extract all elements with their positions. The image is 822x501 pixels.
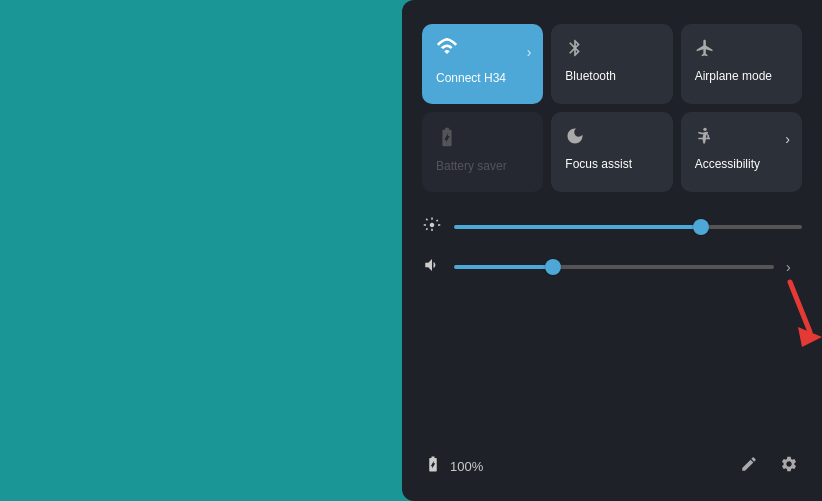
volume-row: › — [422, 256, 802, 278]
sliders-section: › — [422, 208, 802, 286]
battery-saver-icon — [436, 126, 458, 153]
tile-wifi[interactable]: › Connect H34 — [422, 24, 543, 104]
moon-icon — [565, 126, 585, 151]
bottom-bar: 100% — [422, 443, 802, 481]
tile-wifi-label: Connect H34 — [436, 71, 531, 85]
edit-button[interactable] — [736, 451, 762, 481]
battery-percent: 100% — [450, 459, 483, 474]
brightness-slider[interactable] — [454, 225, 802, 229]
tile-focus-assist-label: Focus assist — [565, 157, 660, 171]
wifi-chevron-icon: › — [527, 44, 532, 60]
wifi-icon — [436, 38, 458, 65]
tile-accessibility-label: Accessibility — [695, 157, 790, 171]
tile-airplane-label: Airplane mode — [695, 69, 790, 83]
accessibility-icon — [695, 126, 715, 151]
bluetooth-icon — [565, 38, 585, 63]
tile-battery-saver-label: Battery saver — [436, 159, 531, 173]
tile-bluetooth[interactable]: Bluetooth — [551, 24, 672, 104]
battery-charging-icon — [422, 455, 444, 477]
tile-airplane[interactable]: Airplane mode — [681, 24, 802, 104]
airplane-icon — [695, 38, 715, 63]
tile-accessibility[interactable]: › Accessibility — [681, 112, 802, 192]
tile-bluetooth-label: Bluetooth — [565, 69, 660, 83]
volume-expand-icon[interactable]: › — [786, 259, 802, 275]
brightness-row — [422, 216, 802, 238]
tile-focus-assist[interactable]: Focus assist — [551, 112, 672, 192]
settings-button[interactable] — [776, 451, 802, 481]
svg-marker-2 — [798, 327, 822, 347]
brightness-icon — [422, 216, 442, 238]
tile-battery-saver[interactable]: Battery saver — [422, 112, 543, 192]
quick-settings-panel: › Connect H34 Bluetooth — [402, 0, 822, 501]
battery-info: 100% — [422, 455, 483, 477]
svg-line-1 — [790, 282, 810, 332]
svg-point-0 — [703, 128, 706, 131]
bottom-actions — [736, 451, 802, 481]
toggle-grid: › Connect H34 Bluetooth — [422, 24, 802, 192]
volume-slider[interactable] — [454, 265, 774, 269]
accessibility-chevron-icon: › — [785, 131, 790, 147]
volume-icon — [422, 256, 442, 278]
